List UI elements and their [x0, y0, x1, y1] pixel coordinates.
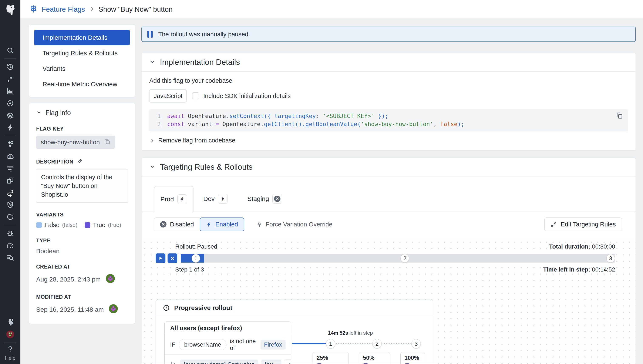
tab-prod-label: Prod — [160, 196, 174, 203]
sdk-init-checkbox-label: Include SDK initialization details — [203, 92, 291, 100]
sidebar-divider — [4, 342, 16, 343]
edit-pencil-icon[interactable] — [77, 158, 83, 166]
lightning-icon[interactable] — [0, 122, 20, 134]
remove-flag-toggle[interactable]: Remove flag from codebase — [149, 137, 628, 144]
pipeline-icon[interactable] — [0, 186, 20, 198]
puzzle-icon[interactable] — [0, 316, 20, 328]
tab-staging[interactable]: Staging ✕ — [238, 186, 292, 212]
rollout-step-card-1[interactable]: 25% True 25% — [312, 352, 349, 364]
browser-windows-icon[interactable] — [0, 174, 20, 186]
log-lines-icon[interactable] — [0, 162, 20, 174]
rollout-step-marker-1[interactable]: 1 — [192, 254, 200, 262]
implementation-details-header[interactable]: Implementation Details — [142, 53, 636, 72]
attribute-pill[interactable]: browserName — [179, 339, 226, 350]
lightning-chip-icon — [218, 194, 228, 204]
feature-flags-signpost-icon — [29, 4, 38, 14]
type-value: Boolean — [36, 248, 128, 255]
search-icon[interactable] — [0, 44, 20, 56]
force-variation-override[interactable]: Force Variation Override — [256, 221, 332, 228]
datadog-logo-icon[interactable] — [0, 0, 20, 20]
metric-chip-secondary[interactable]: [bu... — [261, 360, 281, 364]
operator-text: is not one of — [230, 338, 257, 352]
area-chart-icon[interactable] — [0, 85, 20, 97]
step-variant-name: True — [412, 363, 424, 364]
clock-icon — [163, 304, 170, 312]
paused-banner-text: The rollout was manually paused. — [158, 31, 250, 38]
line-number: 1 — [155, 112, 161, 120]
stop-rollout-button[interactable] — [168, 254, 177, 263]
metric-chip-more[interactable]: +1 — [285, 360, 291, 364]
left-column: Implementation Details Targeting Rules &… — [29, 24, 135, 324]
rule-title: All users (except firefox) — [164, 322, 291, 335]
prod-tab-panel: ✕ Disabled Enabled Force Variation Overr… — [142, 212, 636, 364]
targeting-rule-card: All users (except firefox) IF browserNam… — [164, 322, 291, 364]
expand-icon — [550, 221, 557, 228]
time-left: Time left in step: 00:14:52 — [543, 266, 615, 273]
hexagons-icon[interactable] — [0, 138, 20, 150]
timeline-step-1[interactable]: 1 — [326, 339, 335, 348]
select-caret-icon — [182, 93, 183, 98]
nav-item-variants[interactable]: Variants — [34, 61, 130, 76]
nav-item-realtime-metric[interactable]: Real-time Metric Overview — [34, 76, 130, 92]
disabled-button[interactable]: ✕ Disabled — [154, 218, 200, 231]
layers-icon[interactable] — [0, 109, 20, 122]
rollout-step-marker-2[interactable]: 2 — [400, 254, 409, 262]
play-button[interactable] — [156, 254, 166, 263]
clock-sparkle-icon[interactable] — [0, 211, 20, 223]
sdk-init-checkbox[interactable] — [192, 92, 199, 99]
sidebar-divider — [4, 225, 16, 225]
shield-icon[interactable] — [0, 198, 20, 211]
pushpin-icon — [256, 221, 262, 228]
copy-icon[interactable] — [104, 138, 110, 146]
gauge-icon[interactable] — [0, 240, 20, 252]
rollout-progress-track[interactable]: 1 2 3 — [181, 254, 615, 262]
flag-info-header[interactable]: Flag info — [36, 109, 128, 117]
rollout-status-row: Rollout: Paused Total duration: 00:30:00 — [156, 243, 615, 250]
tab-prod[interactable]: Prod — [154, 186, 194, 212]
help-button[interactable]: ? Help — [5, 345, 15, 361]
step-variant-name: True — [324, 363, 336, 364]
tab-staging-label: Staging — [247, 195, 269, 202]
modified-at-row: Sep 16, 2025, 11:48 am — [36, 304, 128, 315]
timeline-step-2[interactable]: 2 — [372, 339, 382, 348]
nav-item-targeting-rules[interactable]: Targeting Rules & Rollouts — [34, 45, 130, 61]
flag-state-controls: ✕ Disabled Enabled Force Variation Overr… — [142, 212, 636, 231]
variant-true-name: True — [93, 222, 106, 228]
language-select[interactable]: JavaScript — [149, 89, 187, 102]
tab-dev[interactable]: Dev — [194, 186, 238, 212]
timeline-step-3[interactable]: 3 — [412, 339, 421, 348]
breadcrumb-feature-flags[interactable]: Feature Flags — [42, 5, 85, 14]
rollout-step-marker-3[interactable]: 3 — [606, 254, 615, 262]
sparkles-ai-icon[interactable] — [0, 73, 20, 85]
timeline-dotted-segment — [382, 344, 410, 344]
flag-key-chip[interactable]: show-buy-now-button — [36, 136, 115, 149]
edit-targeting-rules-button[interactable]: Edit Targeting Rules — [544, 218, 622, 231]
targeting-rules-header[interactable]: Targeting Rules & Rollouts — [142, 158, 636, 176]
metric-chip-primary[interactable]: [buy now demo] Cart value — [180, 360, 258, 364]
value-chip[interactable]: Firefox — [260, 340, 286, 350]
copy-code-icon[interactable] — [616, 112, 623, 122]
help-icon: ? — [8, 345, 12, 354]
x-circle-icon: ✕ — [160, 221, 166, 228]
bug-icon[interactable] — [0, 227, 20, 240]
nav-item-implementation-details[interactable]: Implementation Details — [34, 30, 130, 45]
rollout-step-card-3[interactable]: 100% True — [400, 352, 425, 364]
step-indicator: Step 1 of 3 — [175, 266, 204, 273]
target-circle-icon[interactable] — [0, 97, 20, 109]
step-variant-weight: 25% — [338, 363, 348, 364]
cloud-cost-icon[interactable]: $ — [0, 150, 20, 162]
log-search-icon[interactable] — [0, 252, 20, 264]
rollout-step-card-2[interactable]: 50% True 50% — [359, 352, 390, 364]
modified-at-value: Sep 16, 2025, 11:48 am — [36, 306, 104, 313]
enabled-button[interactable]: Enabled — [200, 218, 244, 231]
variants-label: VARIANTS — [36, 212, 128, 218]
workspace-avatar[interactable] — [0, 328, 20, 340]
history-icon[interactable] — [0, 61, 20, 73]
description-label-row: DESCRIPTION — [36, 158, 128, 166]
rule-condition-row: IF browserName is not one of Firefox — [164, 335, 291, 354]
creator-avatar[interactable] — [106, 274, 115, 285]
lightning-chip-icon — [177, 194, 187, 204]
modifier-avatar[interactable] — [108, 304, 118, 315]
step-variant-row: True — [404, 363, 421, 364]
right-column: The rollout was manually paused. Impleme… — [142, 26, 636, 364]
